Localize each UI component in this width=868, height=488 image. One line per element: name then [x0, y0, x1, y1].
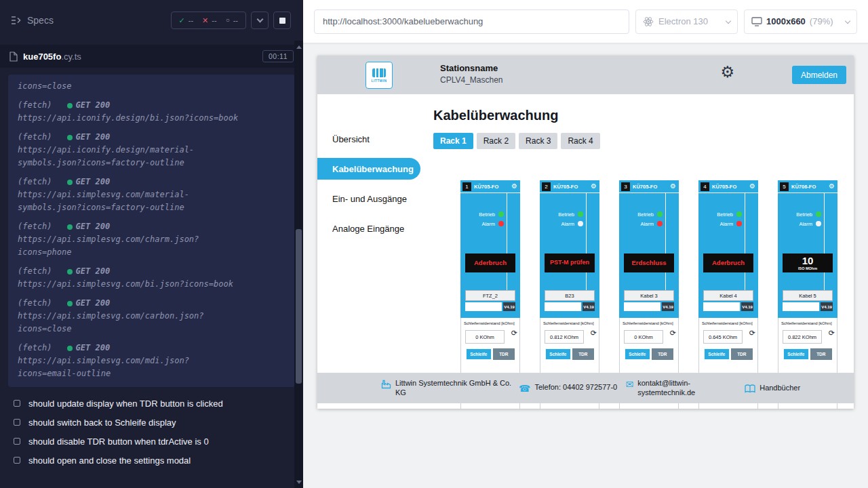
- log-entry[interactable]: (fetch)GET 200 https://api.simplesvg.com…: [18, 220, 285, 259]
- resistance-value: 0.812 KOhm: [545, 330, 584, 344]
- device-settings-icon[interactable]: ⚙: [749, 183, 755, 190]
- tdr-button[interactable]: TDR: [652, 348, 673, 360]
- tdr-button[interactable]: TDR: [731, 348, 753, 360]
- footer-company: Littwin Systemtechnik GmbH & Co. KG: [381, 379, 512, 397]
- settings-gear-icon[interactable]: ⚙: [720, 64, 734, 80]
- station-label: Stationsname: [440, 63, 503, 73]
- viewport-icon: [751, 17, 762, 26]
- logo-icon: [372, 68, 386, 77]
- app-footer: Littwin Systemtechnik GmbH & Co. KG ☎ Te…: [317, 373, 854, 403]
- channel-input[interactable]: [624, 302, 660, 311]
- device-settings-icon[interactable]: ⚙: [829, 183, 835, 190]
- schleife-button[interactable]: Schleife: [704, 348, 730, 360]
- test-item[interactable]: should disable TDR button when tdrActive…: [14, 432, 303, 451]
- log-entry[interactable]: (fetch)GET 200 https://api.iconify.desig…: [18, 131, 285, 169]
- log-entry[interactable]: (fetch)GET 200 https://api.simplesvg.com…: [18, 176, 285, 214]
- channel-input[interactable]: [545, 302, 581, 311]
- test-item[interactable]: should open and close the settings modal: [14, 451, 303, 470]
- sidebar-item-ein-und-ausgaenge[interactable]: Ein- und Ausgänge: [317, 184, 420, 214]
- device-number: 3: [621, 182, 630, 191]
- stop-run-button[interactable]: [273, 12, 291, 29]
- station-value: CPLV4_Maschen: [440, 75, 503, 85]
- test-item[interactable]: should switch back to Schleife display: [14, 413, 303, 432]
- stat-passed: ✓--: [179, 16, 194, 24]
- alarm-led: [578, 221, 583, 226]
- refresh-icon[interactable]: ⟳: [511, 329, 517, 337]
- alarm-led: [498, 221, 504, 226]
- resistance-value: 0.822 KOhm: [783, 330, 822, 344]
- device-settings-icon[interactable]: ⚙: [591, 183, 597, 190]
- specs-menu-toggle[interactable]: Specs: [11, 15, 54, 26]
- footer-manuals-link[interactable]: Handbücher: [745, 384, 800, 393]
- device-settings-icon[interactable]: ⚙: [670, 183, 676, 190]
- tab-rack-2[interactable]: Rack 2: [477, 133, 515, 149]
- status-ok-dot: [67, 301, 73, 306]
- phone-icon: ☎: [519, 384, 530, 393]
- log-entry[interactable]: (fetch)GET 200 https://api.simplesvg.com…: [18, 297, 285, 336]
- schleife-button[interactable]: Schleife: [545, 348, 571, 360]
- email-icon: ✉: [625, 380, 633, 389]
- status-display: Erdschluss: [624, 253, 674, 272]
- tab-rack-4[interactable]: Rack 4: [561, 133, 599, 149]
- channel-input[interactable]: [465, 302, 502, 311]
- refresh-icon[interactable]: ⟳: [591, 329, 597, 337]
- firmware-version: V4.19: [583, 302, 595, 311]
- log-entry[interactable]: (fetch)GET 200 https://api.simplesvg.com…: [18, 265, 285, 291]
- test-state-icon: [14, 400, 20, 407]
- schleife-button[interactable]: Schleife: [783, 348, 809, 360]
- firmware-version: V4.19: [741, 302, 753, 311]
- tab-rack-3[interactable]: Rack 3: [519, 133, 557, 149]
- page-title: Kabelüberwachung: [433, 108, 854, 123]
- channel-label: FTZ_2: [465, 290, 515, 301]
- resistance-value: 0 KOhm: [465, 330, 505, 344]
- tdr-button[interactable]: TDR: [810, 348, 832, 360]
- spec-timer: 00:11: [262, 50, 294, 62]
- refresh-icon[interactable]: ⟳: [749, 329, 755, 337]
- electron-icon: [643, 16, 654, 27]
- test-item[interactable]: should update display when TDR button is…: [14, 394, 303, 413]
- firmware-version: V4.19: [821, 302, 833, 311]
- app-sidebar: Übersicht Kabelüberwachung Ein- und Ausg…: [317, 94, 420, 409]
- schleife-button[interactable]: Schleife: [466, 348, 492, 360]
- device-settings-icon[interactable]: ⚙: [511, 183, 517, 190]
- tdr-button[interactable]: TDR: [493, 348, 515, 360]
- status-ok-dot: [67, 103, 73, 108]
- refresh-icon[interactable]: ⟳: [670, 329, 676, 337]
- app-viewport: LITTWIN Stationsname CPLV4_Maschen ⚙ Abm…: [303, 43, 868, 488]
- app-under-test: LITTWIN Stationsname CPLV4_Maschen ⚙ Abm…: [317, 56, 854, 409]
- viewport-size: 1000x660: [766, 16, 806, 26]
- collapse-tests-button[interactable]: [251, 12, 269, 29]
- log-overflow-line: icons=close: [18, 80, 241, 93]
- device-number: 4: [701, 182, 709, 191]
- refresh-icon[interactable]: ⟳: [829, 329, 835, 337]
- sidebar-item-uebersicht[interactable]: Übersicht: [317, 124, 420, 154]
- divider: [586, 193, 587, 290]
- channel-input[interactable]: [703, 302, 740, 311]
- spec-header[interactable]: kue705fo.cy.ts 00:11: [0, 45, 303, 68]
- rack-tabs: Rack 1 Rack 2 Rack 3 Rack 4: [433, 133, 854, 149]
- logout-button[interactable]: Abmelden: [792, 66, 846, 84]
- alarm-led: [657, 221, 663, 226]
- reporter-scrollbar[interactable]: [294, 41, 303, 488]
- sidebar-item-kabelueberwachung[interactable]: Kabelüberwachung: [317, 158, 420, 180]
- sidebar-item-analoge-eingaenge[interactable]: Analoge Eingänge: [317, 214, 420, 243]
- log-entry[interactable]: (fetch)GET 200 https://api.iconify.desig…: [18, 99, 285, 125]
- viewport-info[interactable]: 1000x660 (79%): [744, 9, 857, 34]
- log-entry[interactable]: (fetch)GET 200 https://api.simplesvg.com…: [18, 342, 285, 380]
- url-input[interactable]: http://localhost:3000/kabelueberwachung: [314, 9, 629, 34]
- cypress-reporter: Specs ✓-- ✕-- ○-- kue705fo.cy.ts 00:11 i…: [0, 0, 303, 488]
- chevron-down-icon: [726, 18, 731, 23]
- tab-rack-1[interactable]: Rack 1: [433, 133, 473, 149]
- schleife-button[interactable]: Schleife: [625, 348, 650, 360]
- tdr-button[interactable]: TDR: [572, 348, 594, 360]
- device-number: 1: [462, 182, 471, 191]
- channel-label: Kabel 3: [624, 290, 674, 301]
- scroll-down-icon[interactable]: [294, 477, 303, 487]
- browser-select[interactable]: Electron 130: [635, 9, 738, 34]
- passed-icon: ✓: [179, 17, 185, 24]
- scrollbar-thumb[interactable]: [296, 229, 302, 384]
- channel-input[interactable]: [783, 302, 819, 311]
- scroll-up-icon[interactable]: [294, 42, 303, 52]
- spec-name: kue705fo.cy.ts: [23, 52, 81, 62]
- divider: [507, 193, 507, 290]
